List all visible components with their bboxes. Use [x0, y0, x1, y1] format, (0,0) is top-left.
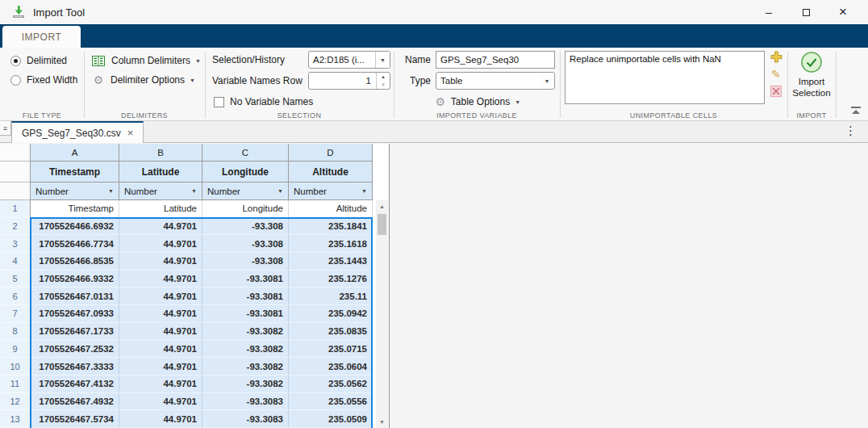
row-number[interactable]: 9	[0, 341, 31, 359]
row-number[interactable]: 6	[0, 287, 31, 305]
cell[interactable]: 1705526466.8535	[31, 253, 119, 271]
cell[interactable]: -93.3082	[202, 358, 289, 376]
cell[interactable]: 44.9701	[119, 287, 202, 305]
scroll-up-icon[interactable]: ▲	[376, 200, 388, 212]
row-number[interactable]: 1	[0, 200, 31, 218]
type-dropdown-d[interactable]: Number▼	[289, 183, 373, 200]
type-dropdown-c[interactable]: Number▼	[202, 183, 289, 200]
cell[interactable]: -93.3083	[202, 410, 289, 428]
column-header-a[interactable]: A	[31, 144, 119, 162]
variable-name-altitude[interactable]: Altitude	[289, 162, 373, 183]
cell[interactable]: -93.3082	[202, 323, 289, 341]
table-options-button[interactable]: ⚙ Table Options ▼	[394, 93, 560, 111]
chevron-down-icon[interactable]: ▼	[375, 52, 390, 68]
cell[interactable]: Longitude	[202, 200, 289, 218]
cell[interactable]: 235.0835	[289, 323, 373, 341]
cell[interactable]: 235.0562	[289, 376, 373, 393]
cell[interactable]: 1705526467.4132	[31, 376, 119, 393]
chevron-down-icon[interactable]: ▼	[540, 73, 554, 89]
cell[interactable]: 1705526467.4932	[31, 393, 119, 411]
variable-name-timestamp[interactable]: Timestamp	[31, 162, 119, 183]
cell[interactable]: 44.9701	[119, 358, 202, 376]
row-number[interactable]: 12	[0, 393, 31, 411]
cell[interactable]: 44.9701	[119, 393, 202, 411]
cell[interactable]: 235.0509	[289, 410, 373, 428]
minimize-button[interactable]: –	[750, 0, 787, 24]
cell[interactable]: 235.0942	[289, 305, 373, 323]
no-variable-names-checkbox[interactable]: No Variable Names	[205, 93, 394, 111]
cell[interactable]: 44.9701	[119, 218, 202, 236]
cell[interactable]: Altitude	[289, 200, 373, 218]
cell[interactable]: -93.3081	[202, 305, 289, 323]
scrollbar-thumb[interactable]	[378, 214, 386, 235]
cell[interactable]: 1705526467.5734	[31, 410, 119, 428]
vertical-ellipsis-icon[interactable]: ⋮	[845, 124, 857, 138]
row-number[interactable]: 5	[0, 271, 31, 288]
import-selection-button[interactable]: Import Selection	[787, 51, 836, 99]
selection-history-combo[interactable]: A2:D185 (i... ▼	[308, 51, 390, 69]
unimportable-rule-item[interactable]: Replace unimportable cells with NaN	[570, 54, 721, 64]
cell[interactable]: 44.9701	[119, 376, 202, 393]
row-number[interactable]: 3	[0, 235, 31, 253]
cell[interactable]: 235.1618	[289, 235, 373, 253]
cell[interactable]: 1705526467.0933	[31, 305, 119, 323]
spinner-up-icon[interactable]: ▲	[377, 73, 390, 81]
close-button[interactable]: ×	[824, 0, 862, 24]
column-header-c[interactable]: C	[202, 144, 289, 162]
cell[interactable]: 235.1276	[289, 271, 373, 288]
cell[interactable]: 1705526467.3333	[31, 358, 119, 376]
cell[interactable]: 1705526466.6932	[31, 218, 119, 236]
cell[interactable]: 44.9701	[119, 323, 202, 341]
variable-names-row-spinner[interactable]: 1 ▲ ▼	[308, 72, 390, 90]
cell[interactable]: 44.9701	[119, 410, 202, 428]
row-number[interactable]: 13	[0, 410, 31, 428]
variable-name-longitude[interactable]: Longitude	[202, 162, 289, 183]
delimiter-options-button[interactable]: ⚙ Delimiter Options ▼	[84, 71, 205, 89]
edit-rule-button pencil-icon[interactable]: ✎	[771, 69, 781, 80]
close-tab-icon[interactable]: ×	[127, 127, 134, 139]
drag-handle-icon[interactable]: ≡	[0, 121, 11, 136]
name-input[interactable]: GPS_Seg7_Seq30	[436, 51, 555, 69]
column-delimiters-button[interactable]: Column Delimiters ▼	[84, 52, 205, 69]
add-rule-button plus-icon[interactable]	[770, 51, 782, 63]
cell[interactable]: 235.1841	[289, 218, 373, 236]
cell[interactable]: -93.3082	[202, 376, 289, 393]
variable-name-latitude[interactable]: Latitude	[119, 162, 202, 183]
cell[interactable]: 44.9701	[119, 305, 202, 323]
cell[interactable]: 1705526466.9332	[31, 271, 119, 288]
cell[interactable]: Latitude	[119, 200, 202, 218]
cell[interactable]: 235.1443	[289, 253, 373, 271]
cell[interactable]: -93.308	[202, 235, 289, 253]
cell[interactable]: -93.3083	[202, 393, 289, 411]
delete-rule-button delete-x-icon[interactable]	[770, 86, 782, 97]
cell[interactable]: 1705526467.0131	[31, 287, 119, 305]
cell[interactable]: 1705526467.1733	[31, 323, 119, 341]
collapse-ribbon-button collapse-up-icon[interactable]	[850, 107, 862, 115]
cell[interactable]: 1705526466.7734	[31, 235, 119, 253]
row-number[interactable]: 11	[0, 376, 31, 393]
type-dropdown-b[interactable]: Number▼	[119, 183, 202, 200]
cell[interactable]: 44.9701	[119, 341, 202, 359]
cell[interactable]: 1705526467.2532	[31, 341, 119, 359]
unimportable-rules-list[interactable]: Replace unimportable cells with NaN	[565, 51, 765, 104]
cell[interactable]: 44.9701	[119, 271, 202, 288]
cell[interactable]: 44.9701	[119, 235, 202, 253]
document-tab-gps-csv[interactable]: GPS_Seg7_Seq30.csv ×	[11, 121, 144, 143]
cell[interactable]: -93.3081	[202, 271, 289, 288]
radio-delimited[interactable]: Delimited	[0, 52, 84, 69]
radio-fixed-width[interactable]: Fixed Width	[0, 71, 84, 89]
scroll-down-icon[interactable]: ▼	[376, 416, 388, 428]
row-number[interactable]: 4	[0, 253, 31, 271]
cell[interactable]: 235.11	[289, 287, 373, 305]
cell[interactable]: -93.3081	[202, 287, 289, 305]
cell[interactable]: 235.0715	[289, 341, 373, 359]
cell[interactable]: -93.308	[202, 253, 289, 271]
maximize-button[interactable]	[787, 0, 824, 24]
cell[interactable]: 235.0556	[289, 393, 373, 411]
column-header-b[interactable]: B	[119, 144, 202, 162]
cell[interactable]: Timestamp	[31, 200, 119, 218]
cell[interactable]: 44.9701	[119, 253, 202, 271]
type-dropdown-a[interactable]: Number▼	[31, 183, 119, 200]
row-number[interactable]: 10	[0, 358, 31, 376]
row-number[interactable]: 2	[0, 218, 31, 236]
